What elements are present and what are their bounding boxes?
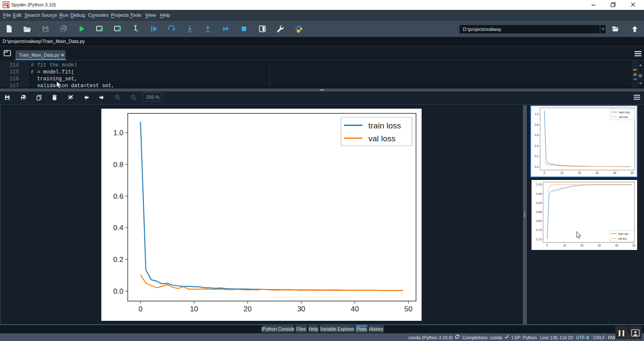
- svg-text:30: 30: [598, 244, 601, 247]
- svg-text:40: 40: [351, 305, 359, 313]
- svg-text:0.8: 0.8: [113, 161, 124, 169]
- svg-text:50: 50: [632, 244, 636, 247]
- svg-text:20: 20: [578, 171, 581, 174]
- svg-text:val acc: val acc: [618, 237, 627, 240]
- svg-text:0.0: 0.0: [113, 287, 124, 295]
- svg-text:0.0: 0.0: [535, 165, 538, 168]
- svg-text:train acc: train acc: [618, 232, 629, 235]
- svg-text:30: 30: [297, 305, 305, 313]
- svg-text:0: 0: [544, 171, 545, 174]
- svg-text:20: 20: [580, 244, 584, 247]
- svg-text:0.70: 0.70: [536, 238, 542, 241]
- svg-text:10: 10: [190, 305, 198, 313]
- svg-text:1.0: 1.0: [535, 113, 538, 116]
- svg-text:40: 40: [615, 244, 619, 247]
- svg-text:50: 50: [404, 305, 413, 313]
- svg-text:1.00: 1.00: [536, 183, 542, 186]
- svg-text:0: 0: [138, 305, 142, 313]
- svg-text:1.0: 1.0: [113, 129, 124, 137]
- svg-text:val loss: val loss: [368, 134, 395, 143]
- svg-text:0.2: 0.2: [535, 155, 538, 158]
- svg-text:0.80: 0.80: [536, 219, 542, 222]
- svg-text:0.4: 0.4: [535, 144, 538, 147]
- svg-text:0.6: 0.6: [113, 192, 124, 201]
- svg-text:0.95: 0.95: [536, 192, 542, 195]
- svg-text:0.85: 0.85: [536, 210, 542, 213]
- svg-text:10: 10: [563, 244, 566, 247]
- svg-text:0.4: 0.4: [113, 224, 124, 232]
- svg-text:30: 30: [595, 171, 599, 174]
- svg-text:50: 50: [631, 171, 634, 174]
- svg-text:val loss: val loss: [619, 116, 628, 119]
- svg-text:0.8: 0.8: [535, 123, 538, 126]
- svg-text:train loss: train loss: [619, 111, 630, 114]
- svg-text:S: S: [7, 5, 9, 8]
- svg-text:0.75: 0.75: [536, 228, 542, 231]
- svg-text:0.90: 0.90: [536, 201, 542, 204]
- svg-text:0: 0: [547, 244, 548, 247]
- svg-text:10: 10: [560, 171, 564, 174]
- svg-text:40: 40: [613, 171, 617, 174]
- svg-text:20: 20: [243, 305, 252, 313]
- svg-text:0.2: 0.2: [113, 256, 124, 264]
- svg-text:0.6: 0.6: [535, 134, 538, 137]
- svg-text:train loss: train loss: [368, 121, 401, 130]
